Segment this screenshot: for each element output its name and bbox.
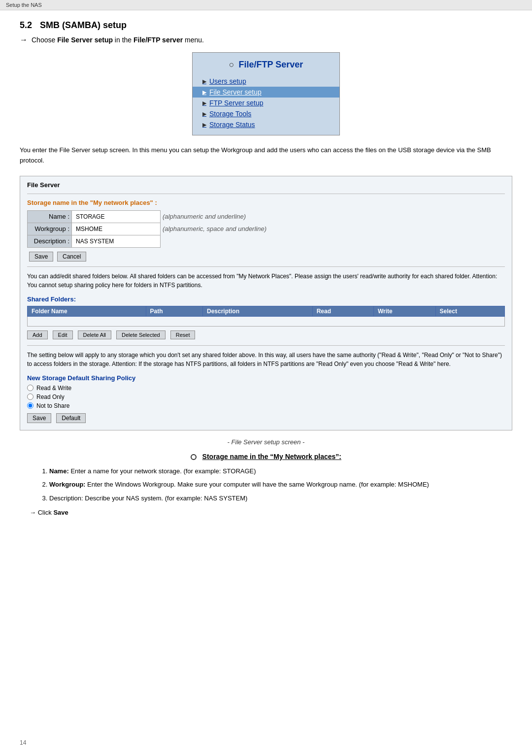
cancel-button[interactable]: Cancel [57, 252, 86, 262]
click-save: → Click Save [30, 509, 512, 516]
description-text: You enter the File Server setup screen. … [20, 145, 512, 166]
click-save-arrow: → [30, 509, 36, 516]
radio-not-to-share-label: Not to Share [36, 402, 69, 409]
click-save-text: Click [38, 509, 54, 516]
description-input[interactable] [74, 236, 158, 246]
instruction-heading-container: Storage name in the “My Network places”: [20, 453, 512, 460]
folder-table: Folder Name Path Description Read Write … [27, 306, 505, 327]
folder-actions: Add Edit Delete All Delete Selected Rese… [27, 330, 505, 339]
tri-icon: ▶ [202, 100, 206, 106]
main-content: 5.2 SMB (SAMBA) setup → Choose File Serv… [0, 10, 532, 536]
form-row-description: Description : [28, 235, 505, 247]
shared-folders-label: Shared Folders: [27, 296, 505, 303]
menu-screenshot: ○ File/FTP Server ▶ Users setup ▶ File S… [192, 52, 340, 135]
list-item-3: Description: Describe your NAS system. (… [49, 493, 512, 503]
circle-icon: ○ [229, 60, 234, 69]
folder-table-empty-row [28, 316, 505, 326]
bold-file-server-setup: File Server setup [57, 36, 113, 44]
radio-read-only[interactable]: Read Only [27, 394, 505, 400]
menu-title: ○ File/FTP Server [193, 58, 339, 72]
workgroup-label: Workgroup : [28, 223, 72, 235]
workgroup-input[interactable] [74, 224, 158, 234]
edit-button[interactable]: Edit [53, 330, 73, 339]
caption: - File Server setup screen - [20, 438, 512, 446]
item3-text: Description: Describe your NAS system. (… [49, 494, 247, 502]
radio-not-to-share-input[interactable] [27, 402, 33, 409]
panel-title: File Server [27, 181, 505, 189]
reset-button[interactable]: Reset [170, 330, 196, 339]
policy-default-button[interactable]: Default [56, 413, 86, 423]
list-item-1: Name: Enter a name for your network stor… [49, 466, 512, 476]
col-description: Description [202, 306, 312, 316]
mid-divider [27, 266, 505, 267]
form-table: Name : (alphanumeric and underline) Work… [27, 210, 505, 248]
folder-table-header-row: Folder Name Path Description Read Write … [28, 306, 505, 316]
tri-icon: ▶ [202, 78, 206, 85]
description-label: Description : [28, 235, 72, 247]
policy-divider [27, 345, 505, 346]
tri-icon: ▶ [202, 111, 206, 117]
name-input[interactable] [74, 212, 158, 222]
menu-item-file-server-setup[interactable]: ▶ File Server setup [193, 87, 339, 98]
bold-file-ftp: File/FTP server [133, 36, 183, 44]
header-text: Setup the NAS [6, 2, 42, 8]
delete-selected-button[interactable]: Delete Selected [116, 330, 166, 339]
numbered-list: Name: Enter a name for your network stor… [49, 466, 512, 503]
col-select: Select [435, 306, 504, 316]
policy-title: New Storage Default Sharing Policy [27, 374, 505, 382]
radio-read-only-input[interactable] [27, 394, 33, 400]
menu-item-storage-tools[interactable]: ▶ Storage Tools [193, 108, 339, 119]
radio-read-write-label: Read & Write [36, 385, 71, 392]
form-row-name: Name : (alphanumeric and underline) [28, 210, 505, 223]
radio-not-to-share[interactable]: Not to Share [27, 402, 505, 409]
menu-item-ftp-server-setup[interactable]: ▶ FTP Server setup [193, 98, 339, 108]
save-button[interactable]: Save [29, 252, 53, 262]
workgroup-hint: (alphanumeric, space and underline) [161, 223, 505, 235]
workgroup-input-cell[interactable] [72, 223, 161, 235]
add-button[interactable]: Add [27, 330, 48, 339]
instruction-text: Choose File Server setup in the File/FTP… [32, 36, 204, 44]
instruction-heading: Storage name in the “My Network places”: [202, 453, 341, 460]
item2-bold: Workgroup: [49, 481, 85, 488]
description-input-cell[interactable] [72, 235, 161, 247]
delete-all-button[interactable]: Delete All [78, 330, 111, 339]
menu-item-storage-status[interactable]: ▶ Storage Status [193, 119, 339, 130]
radio-read-write[interactable]: Read & Write [27, 385, 505, 392]
panel-divider [27, 194, 505, 194]
item1-bold: Name: [49, 467, 69, 475]
radio-read-only-label: Read Only [36, 394, 65, 400]
storage-name-label: Storage name in the "My network places" … [27, 199, 505, 206]
notice-text: You can add/edit shared folders below. A… [27, 272, 505, 290]
arrow-icon: → [20, 35, 28, 44]
col-write: Write [373, 306, 435, 316]
name-input-cell[interactable] [72, 210, 161, 223]
policy-notice-text: The setting below will apply to any stor… [27, 351, 505, 368]
col-path: Path [146, 306, 202, 316]
radio-read-write-input[interactable] [27, 385, 33, 391]
page-number: 14 [20, 739, 26, 746]
circle-bullet-icon [191, 454, 197, 460]
list-item-2: Workgroup: Enter the Windows Workgroup. … [49, 480, 512, 490]
col-read: Read [312, 306, 373, 316]
item1-text: Enter a name for your network storage. (… [70, 467, 256, 475]
tri-icon: ▶ [202, 122, 206, 128]
arrow-instruction: → Choose File Server setup in the File/F… [20, 35, 512, 44]
policy-buttons: Save Default [27, 413, 505, 423]
tri-icon: ▶ [202, 89, 206, 96]
item2-text: Enter the Windows Workgroup. Make sure y… [87, 481, 429, 488]
form-row-workgroup: Workgroup : (alphanumeric, space and und… [28, 223, 505, 235]
policy-save-button[interactable]: Save [27, 413, 51, 423]
col-folder-name: Folder Name [28, 306, 146, 316]
menu-item-users-setup[interactable]: ▶ Users setup [193, 76, 339, 87]
click-save-bold: Save [53, 509, 68, 516]
policy-section: New Storage Default Sharing Policy Read … [27, 374, 505, 423]
file-server-panel: File Server Storage name in the "My netw… [20, 176, 512, 430]
form-buttons: Save Cancel [27, 252, 505, 262]
page-header: Setup the NAS [0, 0, 532, 10]
name-label: Name : [28, 210, 72, 223]
section-title: SMB (SAMBA) setup [40, 20, 127, 31]
section-number: 5.2 [20, 20, 32, 31]
name-hint: (alphanumeric and underline) [161, 210, 505, 223]
